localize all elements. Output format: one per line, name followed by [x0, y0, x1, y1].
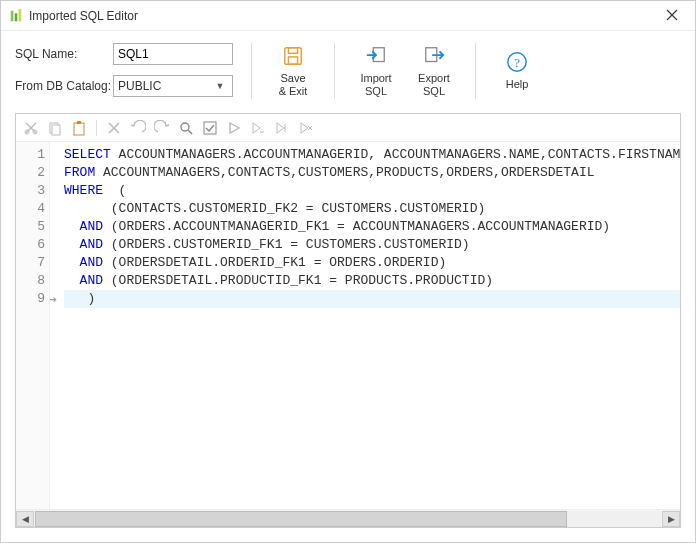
separator — [334, 43, 335, 99]
delete-icon[interactable] — [105, 119, 123, 137]
current-line-arrow-icon: ➔ — [49, 292, 57, 310]
line-number: 6 — [16, 236, 45, 254]
code-line[interactable]: FROM ACCOUNTMANAGERS,CONTACTS,CUSTOMERS,… — [64, 164, 680, 182]
help-icon: ? — [506, 51, 528, 76]
import-sql-button[interactable]: Import SQL — [353, 43, 399, 99]
export-sql-button[interactable]: Export SQL — [411, 43, 457, 99]
editor-toolbar — [16, 114, 680, 142]
app-icon — [9, 9, 23, 23]
separator — [251, 43, 252, 99]
svg-text:?: ? — [514, 56, 520, 70]
db-catalog-label: From DB Catalog: — [15, 79, 113, 93]
chevron-down-icon: ▼ — [212, 81, 228, 91]
sql-name-label: SQL Name: — [15, 47, 113, 61]
save-exit-button[interactable]: Save & Exit — [270, 43, 316, 99]
code-editor[interactable]: 123456789➔ SELECT ACCOUNTMANAGERS.ACCOUN… — [16, 142, 680, 509]
svg-point-16 — [181, 123, 189, 131]
line-number: 1 — [16, 146, 45, 164]
scroll-track[interactable] — [35, 511, 661, 527]
code-line[interactable]: SELECT ACCOUNTMANAGERS.ACCOUNTMANAGERID,… — [64, 146, 680, 164]
svg-rect-4 — [288, 48, 297, 54]
undo-icon[interactable] — [129, 119, 147, 137]
svg-rect-1 — [15, 13, 18, 21]
code-line[interactable]: WHERE ( — [64, 182, 680, 200]
db-catalog-select[interactable]: PUBLIC ▼ — [113, 75, 233, 97]
export-icon — [423, 45, 445, 70]
separator — [475, 43, 476, 99]
line-number: 3 — [16, 182, 45, 200]
svg-rect-17 — [204, 122, 216, 134]
copy-icon[interactable] — [46, 119, 64, 137]
dialog-window: Imported SQL Editor SQL Name: From DB Ca… — [0, 0, 696, 543]
code-line[interactable]: AND (ORDERSDETAIL.PRODUCTID_FK1 = PRODUC… — [64, 272, 680, 290]
line-number: 2 — [16, 164, 45, 182]
line-number: 7 — [16, 254, 45, 272]
svg-rect-13 — [52, 125, 60, 135]
sql-name-input[interactable] — [113, 43, 233, 65]
line-number: 9➔ — [16, 290, 45, 308]
code-line[interactable]: (CONTACTS.CUSTOMERID_FK2 = CUSTOMERS.CUS… — [64, 200, 680, 218]
svg-rect-5 — [288, 57, 297, 64]
titlebar: Imported SQL Editor — [1, 1, 695, 31]
line-number: 8 — [16, 272, 45, 290]
help-label: Help — [506, 78, 529, 90]
run-to-icon[interactable] — [249, 119, 267, 137]
code-lines[interactable]: SELECT ACCOUNTMANAGERS.ACCOUNTMANAGERID,… — [50, 142, 680, 509]
close-button[interactable] — [657, 8, 687, 24]
separator — [96, 120, 97, 136]
find-icon[interactable] — [177, 119, 195, 137]
code-line[interactable]: AND (ORDERSDETAIL.ORDERID_FK1 = ORDERS.O… — [64, 254, 680, 272]
run-icon[interactable] — [225, 119, 243, 137]
toggle-icon[interactable] — [201, 119, 219, 137]
paste-icon[interactable] — [70, 119, 88, 137]
import-icon — [365, 45, 387, 70]
window-title: Imported SQL Editor — [29, 9, 657, 23]
stop-icon[interactable] — [297, 119, 315, 137]
editor-panel: 123456789➔ SELECT ACCOUNTMANAGERS.ACCOUN… — [15, 113, 681, 528]
scroll-left-icon[interactable]: ◀ — [16, 511, 34, 527]
import-sql-label: Import SQL — [360, 72, 391, 96]
line-gutter: 123456789➔ — [16, 142, 50, 509]
floppy-icon — [282, 45, 304, 70]
code-line[interactable]: ) — [64, 290, 680, 308]
svg-rect-3 — [285, 48, 302, 65]
cut-icon[interactable] — [22, 119, 40, 137]
svg-rect-15 — [77, 121, 81, 124]
redo-icon[interactable] — [153, 119, 171, 137]
horizontal-scrollbar[interactable]: ◀ ▶ — [16, 509, 680, 527]
code-line[interactable]: AND (ORDERS.CUSTOMERID_FK1 = CUSTOMERS.C… — [64, 236, 680, 254]
line-number: 5 — [16, 218, 45, 236]
code-line[interactable]: AND (ORDERS.ACCOUNTMANAGERID_FK1 = ACCOU… — [64, 218, 680, 236]
top-controls: SQL Name: From DB Catalog: PUBLIC ▼ Save… — [1, 31, 695, 107]
svg-rect-14 — [74, 123, 84, 135]
svg-rect-0 — [11, 10, 14, 21]
scroll-thumb[interactable] — [35, 511, 567, 527]
svg-rect-2 — [19, 9, 22, 21]
step-icon[interactable] — [273, 119, 291, 137]
help-button[interactable]: ? Help — [494, 43, 540, 99]
scroll-right-icon[interactable]: ▶ — [662, 511, 680, 527]
save-exit-label: Save & Exit — [279, 72, 308, 96]
line-number: 4 — [16, 200, 45, 218]
db-catalog-value: PUBLIC — [118, 79, 212, 93]
export-sql-label: Export SQL — [418, 72, 450, 96]
